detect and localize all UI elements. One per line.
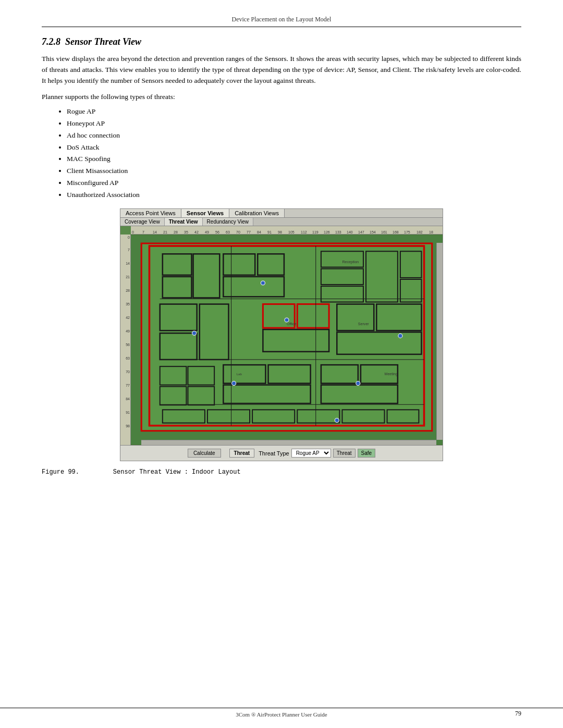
list-item: Ad hoc connection: [67, 130, 521, 142]
svg-point-48: [356, 381, 360, 386]
body-paragraph-1: This view displays the area beyond the d…: [42, 54, 521, 87]
list-item: Rogue AP: [67, 106, 521, 118]
threat-section: Threat Threat Type Rogue AP Threat Safe: [229, 449, 376, 458]
svg-point-47: [285, 318, 289, 322]
threat-button[interactable]: Threat: [333, 449, 356, 458]
scrollbar-horizontal[interactable]: [141, 440, 436, 445]
section-title: 7.2.8 Sensor Threat View: [42, 36, 521, 47]
tab-access-point-views[interactable]: Access Point Views: [120, 209, 181, 217]
subtab-redundancy[interactable]: Redundancy View: [203, 218, 253, 226]
threat-type-label: Threat Type: [259, 450, 289, 456]
list-item: DoS Attack: [67, 142, 521, 154]
svg-point-52: [261, 281, 265, 285]
list-intro: Planner supports the following types of …: [42, 92, 521, 103]
section-number: 7.2.8: [42, 36, 60, 47]
tab-sensor-views[interactable]: Sensor Views: [181, 209, 229, 217]
svg-text:Lab: Lab: [237, 373, 242, 376]
screenshot-tabs: Access Point Views Sensor Views Calibrat…: [120, 209, 443, 218]
threat-type-select[interactable]: Rogue AP: [291, 449, 331, 458]
figure-text: Sensor Threat View : Indoor Layout: [113, 468, 241, 476]
section-name: Sensor Threat View: [65, 36, 141, 47]
list-item: MAC Spoofing: [67, 153, 521, 165]
svg-point-49: [398, 334, 402, 338]
map-content: Reception Office Lab Server Meeting: [131, 235, 443, 445]
scrollbar-vertical[interactable]: [436, 243, 443, 440]
screenshot: Access Point Views Sensor Views Calibrat…: [120, 208, 443, 461]
screenshot-subtabs: Coverage View Threat View Redundancy Vie…: [120, 218, 443, 226]
svg-text:Reception: Reception: [342, 260, 359, 264]
ruler-left: 0 7 14 21 28 35 42 49 56 63 70 77 84 91 …: [120, 235, 131, 445]
svg-point-46: [232, 381, 236, 386]
screenshot-bottom-controls: Calculate Threat Threat Type Rogue AP Th…: [120, 445, 443, 461]
svg-text:Server: Server: [358, 322, 369, 326]
subtab-threat[interactable]: Threat View: [165, 218, 203, 226]
svg-text:Office: Office: [287, 322, 296, 326]
footer-text: 3Com ® AirProtect Planner User Guide: [236, 711, 327, 718]
svg-point-51: [335, 418, 339, 423]
svg-text:Meeting: Meeting: [385, 373, 398, 377]
figure-caption: Figure 99. Sensor Threat View : Indoor L…: [42, 468, 521, 476]
page-number: 79: [515, 710, 521, 718]
subtab-coverage[interactable]: Coverage View: [120, 218, 165, 226]
ruler-top: 0 7 14 21 28 35 42 49 56 63 70 77 84 91 …: [131, 226, 443, 235]
list-item: Misconfigured AP: [67, 177, 521, 189]
threats-list: Rogue AP Honeypot AP Ad hoc connection D…: [67, 106, 521, 202]
tab-calibration-views[interactable]: Calibration Views: [229, 209, 285, 217]
list-item: Honeypot AP: [67, 118, 521, 130]
header-title: Device Placement on the Layout Model: [232, 16, 332, 23]
calculate-button[interactable]: Calculate: [188, 449, 221, 458]
svg-point-50: [192, 331, 197, 335]
threat-label: Threat: [229, 449, 255, 458]
svg-marker-2: [149, 246, 424, 426]
page-header: Device Placement on the Layout Model: [42, 16, 521, 27]
threat-type-row: Threat Type Rogue AP Threat Safe: [259, 449, 375, 458]
list-item: Unauthorized Association: [67, 189, 521, 201]
figure-label: Figure 99. Sensor Threat View : Indoor L…: [42, 468, 241, 476]
list-item: Client Misassociation: [67, 165, 521, 177]
page-footer: 3Com ® AirProtect Planner User Guide: [0, 708, 563, 718]
map-area: 0 7 14 21 28 35 42 49 56 63 70 77 84 91 …: [120, 226, 443, 445]
safe-button[interactable]: Safe: [358, 449, 376, 458]
